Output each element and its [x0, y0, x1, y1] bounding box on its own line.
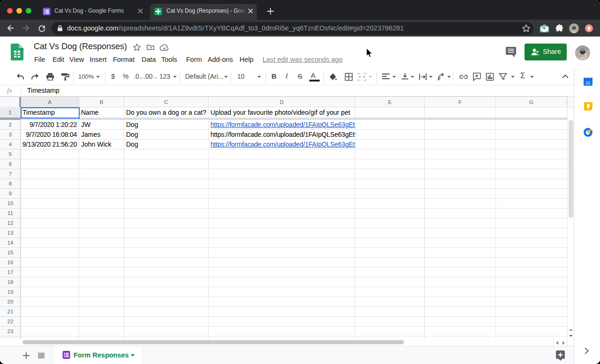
- svg-text:31: 31: [585, 81, 590, 85]
